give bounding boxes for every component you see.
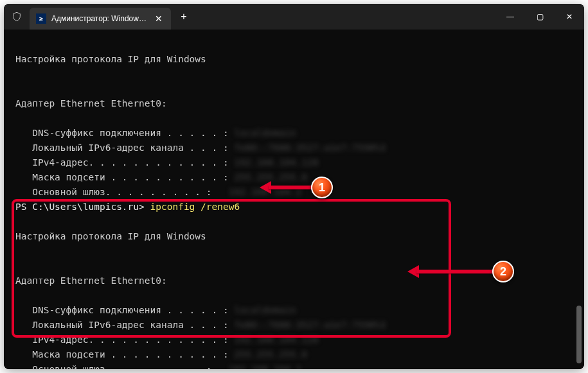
terminal-output[interactable]: Настройка протокола IP для Windows Адапт… <box>4 30 584 369</box>
new-tab-button[interactable]: + <box>174 4 194 30</box>
titlebar: ≥ Администратор: Windows Pc ✕ + — ▢ ✕ <box>4 4 584 30</box>
powershell-icon: ≥ <box>36 13 46 24</box>
tab-close-button[interactable]: ✕ <box>153 14 165 23</box>
titlebar-drag-area[interactable] <box>194 4 495 30</box>
shield-icon <box>4 4 30 30</box>
scrollbar-track[interactable] <box>575 30 583 368</box>
scrollbar-thumb[interactable] <box>576 306 582 363</box>
minimize-button[interactable]: — <box>495 4 525 30</box>
tab-title: Администратор: Windows Pc <box>51 14 148 23</box>
tab-powershell[interactable]: ≥ Администратор: Windows Pc ✕ <box>30 8 171 30</box>
close-window-button[interactable]: ✕ <box>555 4 584 30</box>
terminal-window: ≥ Администратор: Windows Pc ✕ + — ▢ ✕ На… <box>4 4 584 369</box>
maximize-button[interactable]: ▢ <box>525 4 555 30</box>
